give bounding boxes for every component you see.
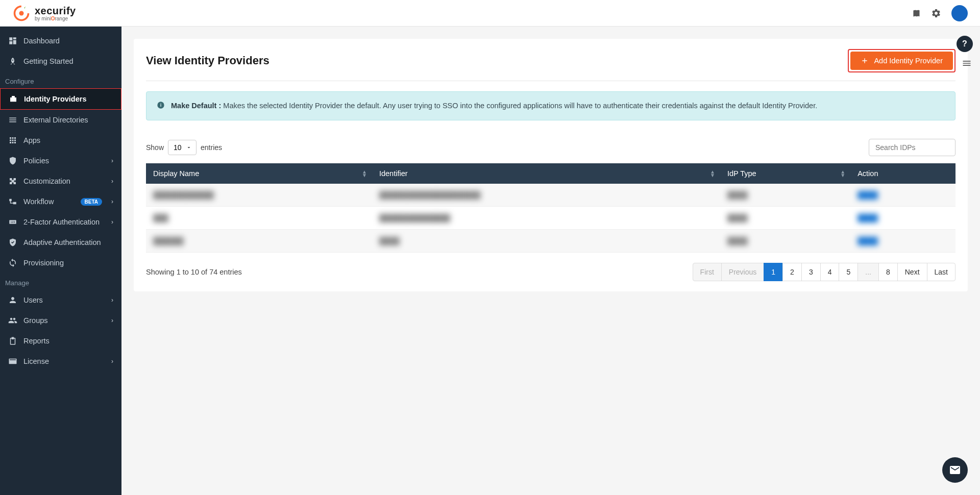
cell-redacted: ████████████ xyxy=(153,191,214,199)
dashboard-icon xyxy=(8,36,17,45)
table-row: ███ ██████████████ ████ ████ xyxy=(146,207,955,230)
page-5[interactable]: 5 xyxy=(839,263,858,281)
sidebar-item-label: 2-Factor Authentication xyxy=(23,218,100,226)
col-idp-type[interactable]: IdP Type▲▼ xyxy=(720,163,850,184)
sidebar-item-label: Policies xyxy=(23,157,49,165)
shield-check-icon xyxy=(8,238,17,247)
col-display-name[interactable]: Display Name▲▼ xyxy=(146,163,372,184)
puzzle-icon xyxy=(8,177,17,186)
add-button-label: Add Identity Provider xyxy=(874,57,943,65)
divider xyxy=(146,81,955,81)
page-2[interactable]: 2 xyxy=(782,263,802,281)
sidebar-item-label: Provisioning xyxy=(23,259,64,267)
table-row: ████████████ ████████████████████ ████ █… xyxy=(146,184,955,207)
shield-icon xyxy=(8,156,17,165)
code-icon: 123 xyxy=(8,217,17,227)
sidebar-item-label: Dashboard xyxy=(23,37,60,45)
page-previous[interactable]: Previous xyxy=(721,263,764,281)
workflow-icon xyxy=(8,197,17,206)
chevron-right-icon: › xyxy=(111,317,113,324)
pagination: First Previous 1 2 3 4 5 ... 8 Next Last xyxy=(693,263,955,281)
avatar[interactable] xyxy=(951,5,968,21)
top-header: xecurify by miniOrange xyxy=(0,0,980,27)
help-button[interactable]: ? xyxy=(957,36,973,52)
side-panel-toggle-icon[interactable] xyxy=(962,58,972,70)
sidebar-item-workflow[interactable]: Workflow BETA › xyxy=(0,191,121,212)
sidebar-item-external-directories[interactable]: External Directories xyxy=(0,110,121,130)
page-next[interactable]: Next xyxy=(897,263,927,281)
page-title: View Identity Providers xyxy=(146,54,270,67)
add-button-highlight: Add Identity Provider xyxy=(848,49,955,72)
sidebar-item-label: Getting Started xyxy=(23,57,74,65)
chevron-right-icon: › xyxy=(111,296,113,304)
gear-icon[interactable] xyxy=(931,8,941,18)
sidebar-item-customization[interactable]: Customization › xyxy=(0,171,121,191)
sidebar-item-provisioning[interactable]: Provisioning xyxy=(0,253,121,273)
list-icon xyxy=(8,115,17,125)
sidebar-item-apps[interactable]: Apps xyxy=(0,130,121,151)
clipboard-icon xyxy=(8,336,17,345)
page-last[interactable]: Last xyxy=(927,263,955,281)
chat-button[interactable] xyxy=(942,457,968,483)
page-4[interactable]: 4 xyxy=(820,263,840,281)
table-row: ██████ ████ ████ ████ xyxy=(146,230,955,253)
group-icon xyxy=(8,316,17,325)
sidebar-item-reports[interactable]: Reports xyxy=(0,331,121,351)
beta-badge: BETA xyxy=(81,198,102,206)
col-identifier[interactable]: Identifier▲▼ xyxy=(372,163,720,184)
brand-logo[interactable]: xecurify by miniOrange xyxy=(12,4,76,22)
cell-redacted: ████ xyxy=(727,191,748,199)
sidebar-item-users[interactable]: Users › xyxy=(0,290,121,310)
search-input[interactable] xyxy=(869,139,955,156)
svg-text:123: 123 xyxy=(11,220,15,224)
cell-redacted: ████ xyxy=(379,237,400,245)
cell-redacted: ███ xyxy=(153,214,168,222)
entries-selector: Show 10 entries xyxy=(146,140,222,155)
chevron-right-icon: › xyxy=(111,157,113,164)
sidebar-item-identity-providers[interactable]: Identity Providers xyxy=(0,88,121,110)
cell-redacted: ████ xyxy=(857,191,878,199)
chevron-right-icon: › xyxy=(111,358,113,365)
card-icon xyxy=(8,357,17,366)
sidebar-item-groups[interactable]: Groups › xyxy=(0,310,121,331)
sidebar-section-configure: Configure xyxy=(0,71,121,88)
sidebar-item-label: Users xyxy=(23,296,43,304)
sidebar-item-label: Workflow xyxy=(23,197,54,206)
sidebar-item-adaptive-auth[interactable]: Adaptive Authentication xyxy=(0,232,121,253)
entries-label: entries xyxy=(201,143,222,152)
svg-text:i: i xyxy=(160,103,162,108)
plus-icon xyxy=(861,57,869,65)
cell-redacted: ████ xyxy=(857,237,878,245)
book-icon[interactable] xyxy=(911,8,921,18)
sidebar-section-manage: Manage xyxy=(0,273,121,290)
chevron-right-icon: › xyxy=(111,198,113,205)
idp-table: Display Name▲▼ Identifier▲▼ IdP Type▲▼ A… xyxy=(146,163,955,253)
main-content: View Identity Providers Add Identity Pro… xyxy=(121,27,980,495)
sidebar-item-getting-started[interactable]: Getting Started xyxy=(0,51,121,71)
sidebar-item-policies[interactable]: Policies › xyxy=(0,151,121,171)
cell-redacted: ████████████████████ xyxy=(379,191,480,199)
entries-select[interactable]: 10 xyxy=(168,140,197,155)
sync-icon xyxy=(8,258,17,267)
cell-redacted: ██████████████ xyxy=(379,214,450,222)
page-1[interactable]: 1 xyxy=(764,263,783,281)
svg-point-1 xyxy=(19,11,24,15)
user-icon xyxy=(8,295,17,305)
page-3[interactable]: 3 xyxy=(801,263,821,281)
sidebar-item-dashboard[interactable]: Dashboard xyxy=(0,31,121,51)
alert-title: Make Default : xyxy=(171,102,221,110)
cell-redacted: ████ xyxy=(857,214,878,222)
cell-redacted: ████ xyxy=(727,237,748,245)
add-identity-provider-button[interactable]: Add Identity Provider xyxy=(850,52,953,70)
sidebar-item-2fa[interactable]: 123 2-Factor Authentication › xyxy=(0,212,121,232)
sidebar-item-label: Adaptive Authentication xyxy=(23,238,101,246)
page-8[interactable]: 8 xyxy=(878,263,898,281)
sidebar-item-license[interactable]: License › xyxy=(0,351,121,372)
rocket-icon xyxy=(8,57,17,66)
sidebar-item-label: Apps xyxy=(23,136,40,144)
show-label: Show xyxy=(146,143,164,152)
alert-body: Makes the selected Identity Provider the… xyxy=(223,102,817,110)
page-first[interactable]: First xyxy=(693,263,722,281)
sidebar-item-label: Customization xyxy=(23,177,70,185)
brand-name: xecurify xyxy=(35,5,76,17)
